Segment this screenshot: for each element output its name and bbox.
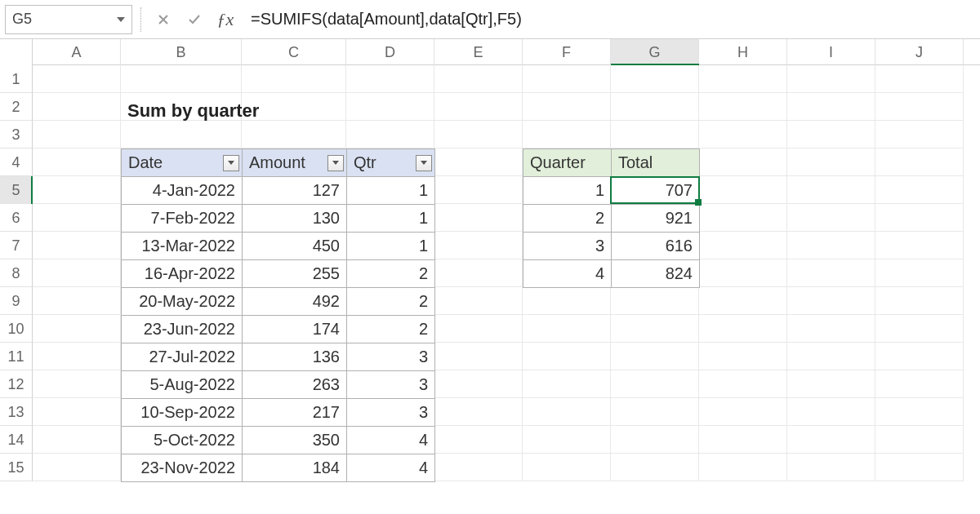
cell[interactable] (875, 259, 964, 287)
row-header-1[interactable]: 1 (0, 65, 33, 93)
name-box[interactable]: G5 (5, 5, 132, 34)
cell[interactable] (611, 65, 699, 93)
cell[interactable] (611, 121, 699, 148)
cell[interactable] (33, 370, 121, 398)
cell[interactable] (787, 454, 875, 481)
row-header-6[interactable]: 6 (0, 204, 33, 232)
cell[interactable] (611, 343, 699, 370)
cell-quarter[interactable]: 2 (523, 205, 612, 233)
cell-qtr[interactable]: 1 (347, 177, 435, 205)
row-header-4[interactable]: 4 (0, 148, 33, 176)
cell[interactable] (699, 370, 787, 398)
cell[interactable] (875, 370, 964, 398)
cell[interactable] (699, 287, 787, 315)
cell[interactable] (434, 259, 523, 287)
cell[interactable] (699, 315, 787, 343)
cell[interactable] (434, 148, 523, 176)
row-header-15[interactable]: 15 (0, 454, 33, 481)
cell-date[interactable]: 23-Nov-2022 (122, 454, 243, 482)
cell[interactable] (787, 259, 875, 287)
cell-total[interactable]: 921 (612, 205, 700, 233)
cell-qtr[interactable]: 2 (347, 260, 435, 288)
row-header-8[interactable]: 8 (0, 259, 33, 287)
cell[interactable] (787, 204, 875, 232)
cell[interactable] (33, 343, 121, 370)
row-header-14[interactable]: 14 (0, 426, 33, 454)
cell-amount[interactable]: 130 (243, 205, 347, 233)
cell[interactable] (875, 176, 964, 204)
cell-date[interactable]: 23-Jun-2022 (122, 316, 243, 343)
cell[interactable] (611, 370, 699, 398)
cell[interactable] (33, 176, 121, 204)
cell[interactable] (434, 121, 523, 148)
cell-qtr[interactable]: 3 (347, 399, 435, 427)
cell[interactable] (33, 287, 121, 315)
cell-amount[interactable]: 127 (243, 177, 347, 205)
cell[interactable] (699, 148, 787, 176)
cell[interactable] (787, 148, 875, 176)
cell-date[interactable]: 5-Oct-2022 (122, 427, 243, 454)
col-header-F[interactable]: F (523, 39, 611, 65)
cell[interactable] (434, 315, 523, 343)
cancel-formula-button[interactable] (149, 5, 177, 34)
cell[interactable] (346, 93, 434, 121)
row-header-3[interactable]: 3 (0, 121, 33, 148)
cell[interactable] (33, 398, 121, 426)
cell[interactable] (33, 93, 121, 121)
cell[interactable] (434, 232, 523, 259)
cell-amount[interactable]: 263 (243, 371, 347, 399)
cell[interactable] (434, 176, 523, 204)
cell[interactable] (523, 93, 611, 121)
cell[interactable] (875, 398, 964, 426)
cell-qtr[interactable]: 1 (347, 233, 435, 260)
col-header-J[interactable]: J (875, 39, 964, 65)
filter-button[interactable] (223, 155, 239, 171)
cell-amount[interactable]: 217 (243, 399, 347, 427)
cell[interactable] (33, 204, 121, 232)
cell[interactable] (875, 343, 964, 370)
cell[interactable] (434, 65, 523, 93)
cell[interactable] (787, 176, 875, 204)
cell[interactable] (699, 259, 787, 287)
cell[interactable] (875, 426, 964, 454)
cell[interactable] (787, 65, 875, 93)
cell[interactable] (611, 426, 699, 454)
cell-quarter[interactable]: 1 (523, 177, 612, 205)
cell-amount[interactable]: 350 (243, 427, 347, 454)
data-header-amount[interactable]: Amount (243, 149, 347, 177)
row-header-13[interactable]: 13 (0, 398, 33, 426)
cell[interactable] (434, 454, 523, 481)
cell[interactable] (699, 65, 787, 93)
cell-amount[interactable]: 450 (243, 233, 347, 260)
cell[interactable] (699, 426, 787, 454)
cell[interactable] (699, 176, 787, 204)
cell-amount[interactable]: 174 (243, 316, 347, 343)
cell[interactable] (434, 93, 523, 121)
cell-date[interactable]: 27-Jul-2022 (122, 343, 243, 371)
cell[interactable] (33, 454, 121, 481)
filter-button[interactable] (327, 155, 344, 171)
cell[interactable] (434, 287, 523, 315)
cell[interactable] (611, 287, 699, 315)
cell[interactable] (523, 398, 611, 426)
accept-formula-button[interactable] (180, 5, 208, 34)
cell[interactable] (33, 232, 121, 259)
cell[interactable] (434, 343, 523, 370)
col-header-H[interactable]: H (699, 39, 787, 65)
cell-qtr[interactable]: 4 (347, 454, 435, 482)
cell-total[interactable]: 824 (612, 260, 700, 288)
cell[interactable] (699, 93, 787, 121)
cell[interactable] (699, 454, 787, 481)
row-header-10[interactable]: 10 (0, 315, 33, 343)
cell-qtr[interactable]: 3 (347, 343, 435, 371)
cell[interactable] (434, 204, 523, 232)
cell-total[interactable]: 616 (612, 233, 700, 260)
cell[interactable] (346, 65, 434, 93)
formula-input[interactable]: =SUMIFS(data[Amount],data[Qtr],F5) (243, 5, 975, 34)
col-header-I[interactable]: I (787, 39, 875, 65)
cell[interactable] (33, 259, 121, 287)
cell[interactable] (875, 232, 964, 259)
cell[interactable] (33, 148, 121, 176)
cell[interactable] (699, 343, 787, 370)
cell[interactable] (699, 398, 787, 426)
